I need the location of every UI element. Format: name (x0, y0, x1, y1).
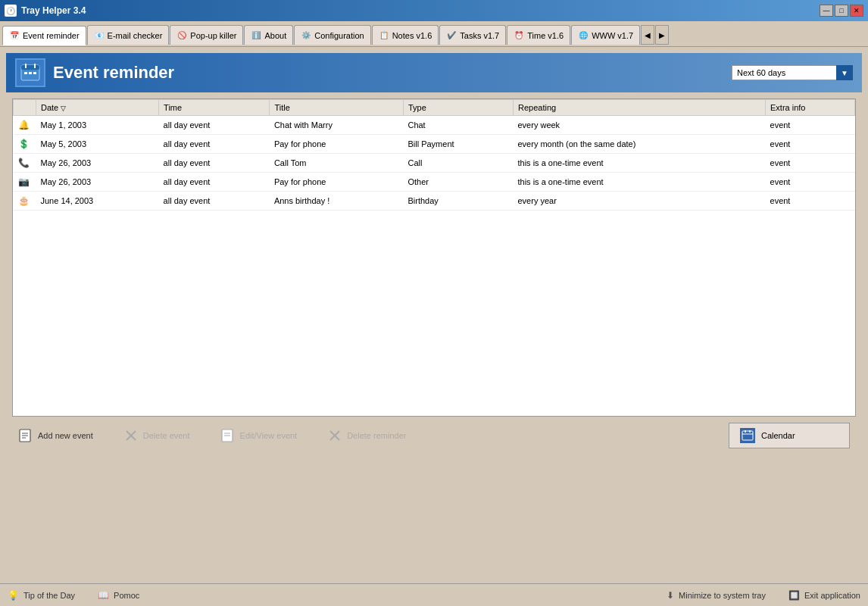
pomoc-label: Pomoc (114, 591, 139, 600)
delete-reminder-label: Delete reminder (347, 431, 406, 440)
table-row[interactable]: 🔔 May 1, 2003 all day event Chat with Ma… (14, 116, 855, 135)
table-row[interactable]: 🎂 June 14, 2003 all day event Anns birth… (14, 192, 855, 211)
col-date-header[interactable]: Date (36, 100, 159, 116)
col-extra-header[interactable]: Extra info (766, 100, 855, 116)
calendar-label: Calendar (761, 431, 795, 440)
tab-about[interactable]: ℹ️ About (244, 25, 293, 45)
status-right: ⬇ Minimize to system tray 🔲 Exit applica… (667, 590, 860, 601)
row-time: all day event (159, 192, 270, 211)
title-bar-left: 🕐 Tray Helper 3.4 (5, 5, 86, 17)
tab-configuration[interactable]: ⚙️ Configuration (294, 25, 370, 45)
tab-scroll-right[interactable]: ▶ (655, 25, 669, 45)
tip-label: Tip of the Day (23, 591, 75, 600)
row-repeating: this is a one-time event (513, 173, 765, 192)
tab-scroll-left[interactable]: ◀ (641, 25, 654, 45)
tab-about-label: About (264, 31, 286, 40)
delete-reminder-icon (327, 428, 342, 443)
edit-event-icon (220, 428, 236, 443)
edit-event-label: Edit/View event (240, 431, 298, 440)
tab-tasks-icon: ✔️ (446, 30, 457, 41)
table-row[interactable]: 💲 May 5, 2003 all day event Pay for phon… (14, 135, 855, 154)
row-repeating: every week (513, 116, 765, 135)
row-type: Birthday (403, 192, 513, 211)
row-extra: event (766, 154, 855, 173)
svg-rect-1 (21, 65, 39, 70)
app-icon: 🕐 (5, 5, 17, 17)
tab-notes-icon: 📋 (379, 30, 389, 41)
dropdown-wrapper[interactable]: Next 7 days Next 14 days Next 30 days Ne… (732, 65, 853, 80)
status-minimize[interactable]: ⬇ Minimize to system tray (667, 590, 766, 601)
events-table-container: Date Time Title Type Repeating Extra inf… (12, 98, 856, 417)
tab-notes[interactable]: 📋 Notes v1.6 (372, 25, 439, 45)
title-bar-controls: — □ ✕ (820, 5, 863, 17)
status-pomoc[interactable]: 📖 Pomoc (98, 590, 139, 601)
row-icon-cell: 🔔 (14, 116, 36, 135)
row-repeating: this is a one-time event (513, 154, 765, 173)
status-tip[interactable]: 💡 Tip of the Day (8, 590, 75, 601)
row-type: Bill Payment (403, 135, 513, 154)
row-extra: event (766, 192, 855, 211)
row-title: Anns birthday ! (270, 192, 404, 211)
svg-rect-18 (742, 431, 753, 440)
row-date: May 5, 2003 (36, 135, 159, 154)
delete-reminder-button[interactable]: Delete reminder (327, 428, 406, 443)
maximize-button[interactable]: □ (835, 5, 848, 17)
close-button[interactable]: ✕ (850, 5, 863, 17)
header-title: Event reminder (53, 63, 174, 83)
row-repeating: every month (on the same date) (513, 135, 765, 154)
row-type: Other (403, 173, 513, 192)
row-icon-cell: 📷 (14, 173, 36, 192)
minimize-icon: ⬇ (667, 590, 674, 601)
row-title: Pay for phone (270, 135, 404, 154)
svg-rect-5 (29, 72, 32, 74)
table-row[interactable]: 📞 May 26, 2003 all day event Call Tom Ca… (14, 154, 855, 173)
tab-notes-label: Notes v1.6 (392, 31, 432, 40)
row-extra: event (766, 135, 855, 154)
add-event-icon (18, 428, 33, 443)
row-date: May 1, 2003 (36, 116, 159, 135)
row-title: Chat with Marry (270, 116, 404, 135)
row-icon-cell: 💲 (14, 135, 36, 154)
minimize-button[interactable]: — (820, 5, 833, 17)
col-time-header[interactable]: Time (159, 100, 270, 116)
delete-event-button[interactable]: Delete event (123, 428, 190, 443)
tip-icon: 💡 (8, 590, 19, 601)
row-icon-cell: 📞 (14, 154, 36, 173)
tab-www-label: WWW v1.7 (592, 31, 633, 40)
calendar-button[interactable]: Calendar (729, 423, 850, 448)
tab-event-reminder-label: Event reminder (23, 31, 80, 40)
row-time: all day event (159, 173, 270, 192)
col-type-header[interactable]: Type (403, 100, 513, 116)
row-type: Chat (403, 116, 513, 135)
tab-event-reminder[interactable]: 📅 Event reminder (2, 26, 86, 45)
delete-event-label: Delete event (143, 431, 190, 440)
add-event-button[interactable]: Add new event (18, 428, 93, 443)
tab-event-reminder-icon: 📅 (9, 30, 20, 41)
tab-email-checker-icon: 📧 (94, 30, 105, 41)
tab-time[interactable]: ⏰ Time v1.6 (507, 25, 570, 45)
table-row[interactable]: 📷 May 26, 2003 all day event Pay for pho… (14, 173, 855, 192)
col-repeating-header[interactable]: Repeating (513, 100, 765, 116)
edit-event-button[interactable]: Edit/View event (220, 428, 298, 443)
bottom-toolbar: Add new event Delete event (6, 417, 862, 454)
status-bar: 💡 Tip of the Day 📖 Pomoc ⬇ Minimize to s… (0, 583, 868, 606)
tab-popup-killer[interactable]: 🚫 Pop-up killer (170, 25, 243, 45)
tab-time-label: Time v1.6 (527, 31, 564, 40)
row-date: May 26, 2003 (36, 173, 159, 192)
status-exit[interactable]: 🔲 Exit application (788, 590, 860, 601)
tab-tasks[interactable]: ✔️ Tasks v1.7 (439, 25, 506, 45)
minimize-label: Minimize to system tray (679, 591, 766, 600)
header-panel: Event reminder Next 7 days Next 14 days … (6, 53, 862, 92)
svg-rect-6 (33, 72, 36, 74)
timeframe-dropdown[interactable]: Next 7 days Next 14 days Next 30 days Ne… (732, 65, 853, 80)
row-date: May 26, 2003 (36, 154, 159, 173)
row-type: Call (403, 154, 513, 173)
tab-time-icon: ⏰ (514, 30, 524, 41)
tab-email-checker[interactable]: 📧 E-mail checker (87, 25, 170, 45)
tab-www[interactable]: 🌐 WWW v1.7 (571, 25, 640, 45)
header-left: Event reminder (15, 58, 174, 87)
col-icon-header (14, 100, 36, 116)
col-title-header[interactable]: Title (270, 100, 404, 116)
row-extra: event (766, 116, 855, 135)
svg-rect-4 (24, 72, 27, 74)
